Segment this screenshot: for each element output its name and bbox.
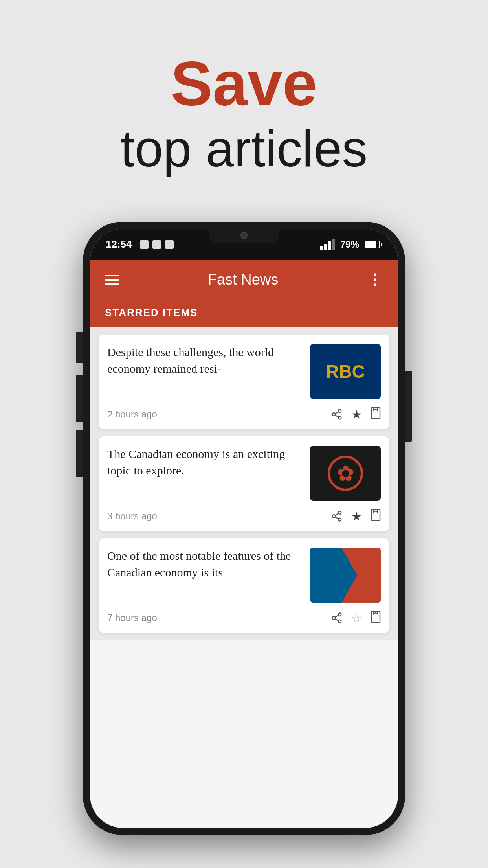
article-text: Despite these challenges, the world econ…: [107, 344, 304, 377]
more-options-button[interactable]: ⋮: [367, 272, 383, 287]
share-button[interactable]: [331, 612, 343, 624]
article-image: [310, 548, 381, 603]
settings-icon: [165, 240, 174, 249]
volume-down-button: [76, 375, 83, 422]
news-card-content: The Canadian economy is an exciting topi…: [99, 436, 389, 506]
svg-point-7: [332, 515, 336, 518]
section-header: STARRED ITEMS: [90, 300, 398, 327]
td-image: [310, 548, 381, 603]
svg-line-10: [335, 513, 339, 515]
news-feed: Despite these challenges, the world econ…: [90, 327, 398, 640]
share-button[interactable]: [331, 510, 343, 522]
star-button[interactable]: ★: [351, 509, 362, 523]
news-card-footer: 2 hours ago ★: [99, 404, 389, 429]
volume-up-button: [76, 332, 83, 363]
news-card-content: One of the most notable features of the …: [99, 538, 389, 607]
svg-point-6: [338, 511, 341, 515]
news-card[interactable]: Despite these challenges, the world econ…: [99, 335, 389, 429]
news-card[interactable]: One of the most notable features of the …: [99, 538, 389, 633]
instagram-icon: [140, 240, 149, 249]
svg-point-14: [338, 613, 341, 616]
article-time: 3 hours ago: [107, 511, 157, 522]
star-button[interactable]: ☆: [351, 611, 362, 625]
front-camera: [240, 232, 248, 239]
status-bar: 12:54 79%: [90, 229, 398, 260]
signal-icon: [320, 239, 335, 250]
hero-section: Save top articles: [121, 47, 368, 178]
notch: [209, 229, 279, 243]
maple-leaf-icon: ✿: [328, 456, 363, 491]
svg-point-15: [332, 616, 336, 620]
phone-mockup: 12:54 79%: [83, 222, 405, 835]
share-button[interactable]: [331, 408, 343, 420]
rbc-image: RBC: [310, 344, 381, 399]
silent-switch: [76, 430, 83, 477]
article-image: RBC: [310, 344, 381, 399]
phone-screen: 12:54 79%: [90, 229, 398, 828]
news-card[interactable]: The Canadian economy is an exciting topi…: [99, 436, 389, 531]
menu-button[interactable]: [105, 275, 119, 285]
article-time: 7 hours ago: [107, 612, 157, 623]
svg-point-0: [338, 410, 341, 413]
star-button[interactable]: ★: [351, 408, 362, 421]
article-text: The Canadian economy is an exciting topi…: [107, 446, 304, 479]
news-card-content: Despite these challenges, the world econ…: [99, 335, 389, 404]
news-card-footer: 3 hours ago ★: [99, 506, 389, 531]
hero-save-text: Save: [121, 47, 368, 120]
status-time: 12:54: [106, 238, 132, 250]
starred-items-label: STARRED ITEMS: [105, 307, 198, 318]
news-card-footer: 7 hours ago ☆: [99, 607, 389, 633]
svg-line-17: [335, 619, 339, 621]
save-button[interactable]: [371, 611, 381, 626]
svg-line-18: [335, 615, 339, 617]
article-time: 2 hours ago: [107, 409, 157, 420]
status-notification-icons: [140, 240, 174, 249]
article-text: One of the most notable features of the …: [107, 548, 304, 581]
svg-line-3: [335, 415, 339, 417]
power-button: [405, 371, 412, 442]
svg-point-1: [332, 413, 336, 416]
save-button[interactable]: [371, 407, 381, 422]
svg-point-2: [338, 416, 341, 419]
app-bar: Fast News ⋮: [90, 260, 398, 300]
camera-icon: [152, 240, 161, 249]
status-left: 12:54: [106, 238, 174, 250]
app-title: Fast News: [119, 271, 367, 288]
save-button[interactable]: [371, 509, 381, 524]
battery-icon: [365, 241, 382, 248]
hero-subtitle: top articles: [121, 120, 368, 178]
svg-point-16: [338, 620, 341, 623]
aircanada-image: ✿: [310, 446, 381, 501]
article-image: ✿: [310, 446, 381, 501]
status-right: 79%: [320, 239, 382, 250]
svg-point-8: [338, 518, 341, 521]
svg-line-9: [335, 517, 339, 519]
rbc-logo-text: RBC: [326, 361, 365, 382]
battery-percent: 79%: [340, 239, 359, 250]
svg-line-4: [335, 412, 339, 414]
